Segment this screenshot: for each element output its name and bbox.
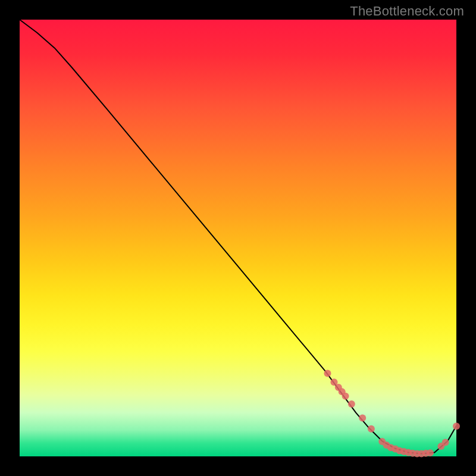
svg-point-22	[453, 422, 460, 430]
svg-point-21	[442, 439, 449, 446]
chart-overlay	[20, 20, 456, 456]
svg-point-5	[348, 400, 355, 408]
marker-points	[324, 370, 460, 458]
svg-point-6	[359, 414, 366, 421]
watermark-text: TheBottleneck.com	[350, 4, 464, 19]
svg-point-7	[368, 425, 375, 433]
svg-point-4	[342, 393, 349, 400]
chart-stage: TheBottleneck.com	[0, 0, 476, 476]
svg-point-0	[324, 370, 331, 377]
curve-line	[20, 20, 456, 454]
svg-point-19	[427, 449, 434, 456]
